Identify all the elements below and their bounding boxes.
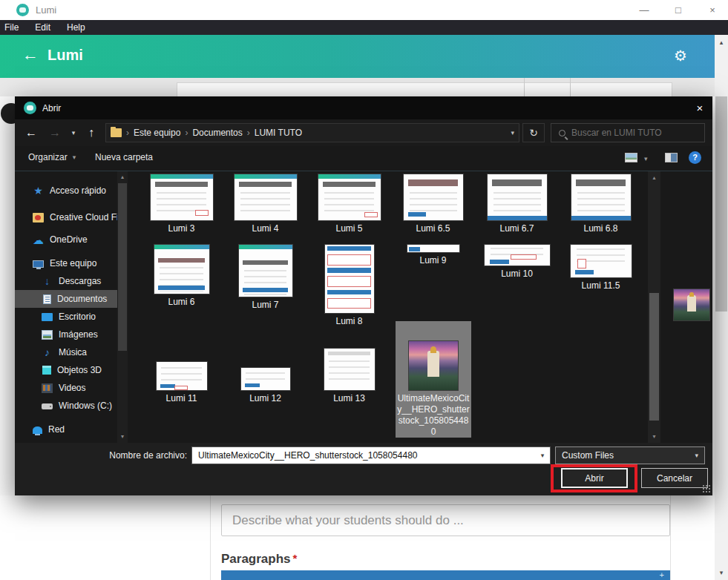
filetype-combobox[interactable]: Custom Files ▾ bbox=[555, 446, 705, 464]
cloud-icon: ☁ bbox=[33, 235, 44, 245]
file-item[interactable]: Lumi 10 bbox=[475, 245, 559, 280]
sidebar-item-creative-cloud[interactable]: Creative Cloud Fil bbox=[15, 208, 117, 226]
file-item[interactable]: Lumi 6.8 bbox=[559, 174, 643, 234]
file-item[interactable]: Lumi 13 bbox=[307, 321, 391, 404]
dialog-title: Abrir bbox=[42, 103, 61, 113]
scrollbar-thumb[interactable] bbox=[649, 293, 659, 421]
app-scrollbar[interactable]: ▴ ▾ bbox=[715, 35, 728, 580]
file-item[interactable]: Lumi 7 bbox=[223, 245, 307, 311]
sidebar-item-windows-c[interactable]: Windows (C:) bbox=[15, 397, 117, 415]
breadcrumb-documentos[interactable]: Documentos bbox=[192, 128, 242, 138]
filename-combobox[interactable]: ▾ bbox=[191, 446, 551, 464]
desktop-icon bbox=[42, 313, 53, 321]
chevron-down-icon[interactable]: ▾ bbox=[535, 452, 550, 459]
scrollbar-thumb[interactable] bbox=[715, 96, 727, 312]
scroll-down-icon[interactable]: ▾ bbox=[117, 432, 128, 442]
sidebar-item-objetos-3d[interactable]: Objetos 3D bbox=[15, 361, 117, 379]
drive-icon bbox=[42, 403, 53, 409]
file-item[interactable]: Lumi 11 bbox=[140, 321, 223, 404]
content-panel-edge bbox=[177, 82, 672, 96]
sidebar-item-escritorio[interactable]: Escritorio bbox=[15, 308, 117, 326]
dialog-close-button[interactable]: × bbox=[687, 96, 712, 119]
help-icon[interactable]: ? bbox=[689, 151, 701, 164]
chevron-down-icon: ▾ bbox=[695, 452, 698, 459]
file-item[interactable]: Lumi 6 bbox=[140, 245, 223, 308]
file-list-scrollbar[interactable]: ▴ ▾ bbox=[648, 171, 660, 443]
app-header: ← Lumi ⚙ bbox=[0, 35, 728, 78]
music-note-icon: ♪ bbox=[42, 348, 53, 357]
sidebar-item-videos[interactable]: Videos bbox=[15, 379, 117, 397]
scrollbar-thumb[interactable] bbox=[118, 183, 127, 351]
file-item[interactable]: Lumi 6.5 bbox=[391, 174, 475, 234]
file-item[interactable]: Lumi 8 bbox=[307, 245, 391, 327]
organize-button[interactable]: Organizar▾ bbox=[28, 152, 76, 162]
search-box[interactable] bbox=[551, 123, 705, 142]
nav-up-icon[interactable]: ↑ bbox=[82, 124, 101, 142]
app-header-title: Lumi bbox=[47, 47, 83, 64]
scroll-up-icon[interactable]: ▴ bbox=[648, 172, 660, 183]
sidebar-item-musica[interactable]: ♪ Música bbox=[15, 343, 117, 361]
file-item[interactable]: Lumi 3 bbox=[140, 174, 223, 234]
plus-icon: + bbox=[660, 570, 664, 579]
file-item-selected[interactable]: UltimateMexicoCity__HERO_shutterstock_10… bbox=[396, 321, 471, 438]
nav-back-icon[interactable]: ← bbox=[21, 124, 42, 142]
minimize-button[interactable]: — bbox=[628, 0, 660, 20]
file-item[interactable]: Lumi 4 bbox=[223, 174, 307, 234]
scroll-up-icon[interactable]: ▴ bbox=[117, 172, 128, 182]
refresh-icon[interactable]: ↻ bbox=[522, 123, 545, 142]
sidebar-item-onedrive[interactable]: ☁ OneDrive bbox=[15, 231, 117, 248]
file-grid-row: Lumi 11 Lumi 12 Lumi 13 UltimateMexicoCi… bbox=[140, 321, 644, 438]
sidebar-item-descargas[interactable]: ↓ Descargas bbox=[15, 272, 117, 290]
resize-grip[interactable] bbox=[702, 484, 710, 492]
search-input[interactable] bbox=[571, 128, 690, 138]
menu-help[interactable]: Help bbox=[67, 22, 85, 33]
close-button[interactable]: × bbox=[696, 0, 728, 20]
sidebar-item-este-equipo[interactable]: Este equipo bbox=[15, 254, 117, 272]
breadcrumb-este-equipo[interactable]: Este equipo bbox=[134, 128, 180, 138]
paragraphs-label: Paragraphs* bbox=[221, 552, 297, 567]
filename-input[interactable] bbox=[192, 450, 535, 461]
gear-icon[interactable]: ⚙ bbox=[670, 47, 691, 65]
preview-thumbnail bbox=[674, 289, 709, 320]
lumi-logo-icon bbox=[16, 4, 29, 16]
sidebar-item-documentos[interactable]: Documentos bbox=[15, 290, 117, 308]
paragraph-panel-bar[interactable]: + bbox=[221, 570, 670, 580]
preview-pane-icon[interactable] bbox=[665, 153, 678, 162]
scroll-down-icon[interactable]: ▾ bbox=[715, 567, 728, 579]
breadcrumb[interactable]: › Este equipo › Documentos › LUMI TUTO ▾ bbox=[105, 123, 519, 142]
file-item[interactable]: Lumi 9 bbox=[391, 245, 475, 266]
cancel-button[interactable]: Cancelar bbox=[641, 468, 708, 488]
breadcrumb-lumi-tuto[interactable]: LUMI TUTO bbox=[255, 128, 302, 138]
sidebar-item-red[interactable]: Red bbox=[15, 421, 117, 438]
filename-label: Nombre de archivo: bbox=[15, 450, 187, 461]
menu-file[interactable]: File bbox=[4, 22, 19, 33]
nav-recent-chevron-icon[interactable]: ▾ bbox=[67, 124, 80, 142]
file-item[interactable]: Lumi 6.7 bbox=[475, 174, 559, 234]
thumbnail-view-icon[interactable] bbox=[625, 153, 637, 162]
dialog-navbar: ← → ▾ ↑ › Este equipo › Documentos › LUM… bbox=[15, 119, 712, 146]
file-item[interactable]: Lumi 12 bbox=[223, 321, 307, 404]
maximize-button[interactable]: □ bbox=[662, 0, 695, 20]
new-folder-button[interactable]: Nueva carpeta bbox=[95, 152, 153, 162]
open-button[interactable]: Abrir bbox=[561, 468, 628, 488]
menu-edit[interactable]: Edit bbox=[35, 22, 50, 33]
filetype-value: Custom Files bbox=[562, 450, 614, 461]
back-arrow-icon[interactable]: ← bbox=[19, 45, 42, 65]
description-input[interactable] bbox=[221, 504, 670, 536]
sidebar-scrollbar[interactable]: ▴ ▾ bbox=[117, 171, 128, 443]
scroll-down-icon[interactable]: ▾ bbox=[648, 431, 660, 442]
scroll-up-icon[interactable]: ▴ bbox=[715, 36, 728, 48]
file-item[interactable]: Lumi 11.5 bbox=[559, 245, 643, 291]
lumi-editor-panel: Paragraphs* + bbox=[0, 495, 715, 580]
view-dropdown-icon[interactable]: ▾ bbox=[644, 155, 648, 162]
window-title: Lumi bbox=[36, 4, 56, 16]
nav-forward-icon[interactable]: → bbox=[45, 124, 65, 142]
file-item[interactable]: Lumi 5 bbox=[307, 174, 391, 234]
dialog-content: ★ Acceso rápido Creative Cloud Fil ☁ One… bbox=[15, 171, 712, 443]
computer-icon bbox=[33, 260, 44, 268]
film-icon bbox=[42, 383, 53, 393]
chevron-down-icon: ▾ bbox=[73, 154, 76, 161]
breadcrumb-dropdown-icon[interactable]: ▾ bbox=[511, 129, 514, 136]
sidebar-item-acceso-rapido[interactable]: ★ Acceso rápido bbox=[15, 182, 117, 200]
sidebar-item-imagenes[interactable]: Imágenes bbox=[15, 326, 117, 343]
